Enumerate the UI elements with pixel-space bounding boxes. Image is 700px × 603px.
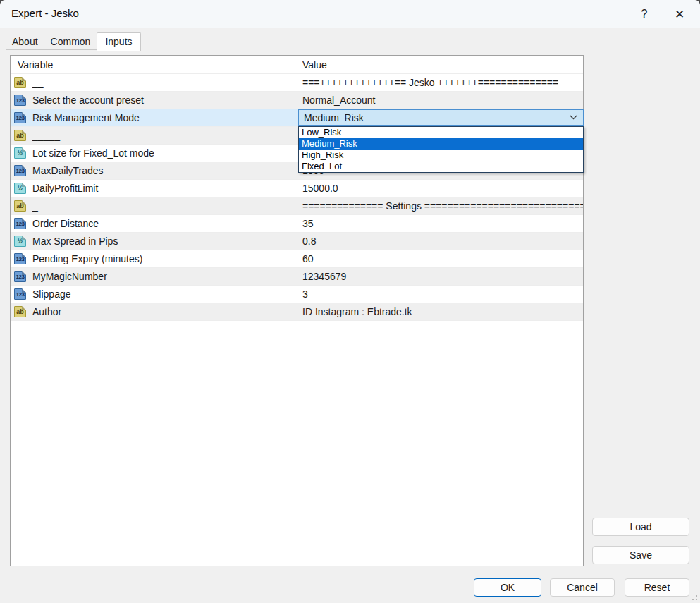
variable-label: Author_ <box>32 306 67 317</box>
expert-inputs-dialog: Expert - Jesko ? ✕ About Common Inputs V… <box>0 0 700 603</box>
value-cell[interactable]: 15000.0 <box>297 180 583 197</box>
integer-type-icon: 123 <box>14 218 26 229</box>
variable-label: DailyProfitLimit <box>32 183 98 194</box>
variable-label: Risk Management Mode <box>32 112 140 123</box>
tab-about[interactable]: About <box>6 34 44 50</box>
variable-cell: ½ Lot size for Fixed_Lot mode <box>11 145 297 162</box>
variable-label: Lot size for Fixed_Lot mode <box>32 147 154 159</box>
table-row[interactable]: ab __ ===+++++++++++++== Jesko +++++++==… <box>11 74 583 92</box>
chevron-down-icon <box>570 115 577 120</box>
integer-type-icon: 123 <box>14 165 26 176</box>
variable-cell: ab Author_ <box>11 303 297 320</box>
table-row[interactable]: ab _ ============== Settings ===========… <box>11 197 583 215</box>
variable-label: _____ <box>32 130 60 141</box>
value-cell[interactable]: 35 <box>297 215 583 232</box>
column-header-variable: Variable <box>11 56 297 73</box>
table-row[interactable]: ½ DailyProfitLimit 15000.0 <box>11 180 583 197</box>
resize-grip[interactable] <box>692 595 697 600</box>
table-row[interactable]: 123 Slippage 3 <box>11 286 583 303</box>
tab-common[interactable]: Common <box>44 34 97 50</box>
ok-button[interactable]: OK <box>474 578 541 597</box>
table-row[interactable]: ab Author_ ID Instagram : Ebtrade.tk <box>11 303 583 321</box>
tab-inputs[interactable]: Inputs <box>97 32 140 51</box>
double-type-icon: ½ <box>14 183 26 194</box>
variable-label: Select the account preset <box>32 95 144 106</box>
value-cell[interactable]: ============== Settings ================… <box>297 197 583 214</box>
window-title: Expert - Jesko <box>11 7 79 19</box>
table-row[interactable]: 123 Pending Expiry (minutes) 60 <box>11 250 583 268</box>
table-row[interactable]: 123 Order Distance 35 <box>11 215 583 233</box>
value-cell[interactable]: 0.8 <box>297 233 583 250</box>
risk-mode-dropdown-list: Low_RiskMedium_RiskHigh_RiskFixed_Lot <box>298 126 584 173</box>
integer-type-icon: 123 <box>14 112 26 123</box>
variable-cell: ½ DailyProfitLimit <box>11 180 297 197</box>
variable-label: Pending Expiry (minutes) <box>32 253 142 264</box>
variable-label: MaxDailyTrades <box>32 165 104 176</box>
table-row[interactable]: 123 Select the account preset Normal_Acc… <box>11 92 583 109</box>
value-cell[interactable]: ===+++++++++++++== Jesko +++++++========… <box>297 74 583 91</box>
variable-label: __ <box>32 77 44 88</box>
load-button[interactable]: Load <box>592 518 689 536</box>
risk-mode-combobox[interactable]: Medium_Risk <box>298 109 584 126</box>
integer-type-icon: 123 <box>14 95 26 106</box>
variable-label: Order Distance <box>32 218 99 229</box>
dropdown-option[interactable]: Low_Risk <box>299 127 583 138</box>
variable-cell: 123 MaxDailyTrades <box>11 162 297 179</box>
cancel-button[interactable]: Cancel <box>550 578 615 597</box>
dropdown-option[interactable]: Medium_Risk <box>299 138 583 150</box>
integer-type-icon: 123 <box>14 271 26 282</box>
string-type-icon: ab <box>14 306 26 317</box>
value-cell[interactable]: 60 <box>297 250 583 267</box>
variable-cell: ab __ <box>11 74 297 91</box>
double-type-icon: ½ <box>14 147 26 159</box>
variable-label: MyMagicNumber <box>32 271 107 282</box>
integer-type-icon: 123 <box>14 253 26 264</box>
variable-cell: 123 Order Distance <box>11 215 297 232</box>
string-type-icon: ab <box>14 200 26 212</box>
variable-cell: 123 Risk Management Mode <box>11 109 297 126</box>
close-button[interactable]: ✕ <box>668 4 692 24</box>
column-header-value: Value <box>297 59 583 71</box>
string-type-icon: ab <box>14 77 26 88</box>
reset-button[interactable]: Reset <box>625 578 689 597</box>
variable-label: Slippage <box>32 288 71 300</box>
dropdown-option[interactable]: High_Risk <box>299 150 583 161</box>
dropdown-option[interactable]: Fixed_Lot <box>299 161 583 172</box>
value-cell[interactable]: Normal_Account <box>297 92 583 109</box>
value-cell[interactable]: 3 <box>297 286 583 303</box>
string-type-icon: ab <box>14 130 26 141</box>
value-cell[interactable]: ID Instagram : Ebtrade.tk <box>297 303 583 320</box>
variable-cell: 123 Pending Expiry (minutes) <box>11 250 297 267</box>
help-button[interactable]: ? <box>632 4 656 24</box>
variable-cell: ½ Max Spread in Pips <box>11 233 297 250</box>
tab-strip: About Common Inputs <box>6 32 141 50</box>
save-button[interactable]: Save <box>592 546 689 564</box>
variable-cell: 123 Slippage <box>11 286 297 303</box>
double-type-icon: ½ <box>14 236 26 247</box>
help-icon: ? <box>641 8 648 20</box>
variable-label: Max Spread in Pips <box>32 236 118 247</box>
variable-cell: ab _____ <box>11 127 297 144</box>
variable-cell: 123 Select the account preset <box>11 92 297 109</box>
variable-cell: 123 MyMagicNumber <box>11 268 297 285</box>
variable-cell: ab _ <box>11 197 297 214</box>
variable-label: _ <box>32 200 38 212</box>
combobox-value: Medium_Risk <box>304 112 364 123</box>
value-cell[interactable]: 12345679 <box>297 268 583 285</box>
close-icon: ✕ <box>675 7 684 22</box>
title-bar: Expert - Jesko ? ✕ <box>0 0 700 28</box>
table-row[interactable]: ½ Max Spread in Pips 0.8 <box>11 233 583 250</box>
integer-type-icon: 123 <box>14 288 26 300</box>
table-row[interactable]: 123 MyMagicNumber 12345679 <box>11 268 583 286</box>
table-header: Variable Value <box>11 56 583 74</box>
